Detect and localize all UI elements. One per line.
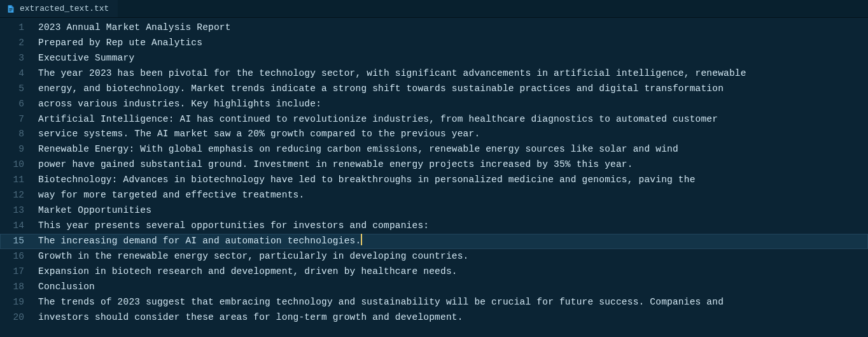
- editor-line[interactable]: 13Market Opportunities: [0, 203, 868, 219]
- line-number: 20: [0, 310, 38, 326]
- line-number: 2: [0, 36, 38, 51]
- line-text[interactable]: Renewable Energy: With global emphasis o…: [38, 142, 678, 157]
- line-number: 10: [0, 157, 38, 173]
- line-number: 4: [0, 66, 38, 82]
- editor-line[interactable]: 18Conclusion: [0, 280, 868, 295]
- line-text[interactable]: Artificial Intelligence: AI has continue…: [38, 112, 718, 127]
- line-number: 1: [0, 20, 38, 36]
- editor-line[interactable]: 19The trends of 2023 suggest that embrac…: [0, 295, 868, 310]
- line-number: 7: [0, 112, 38, 127]
- line-number: 17: [0, 264, 38, 280]
- line-number: 18: [0, 280, 38, 295]
- line-text[interactable]: Executive Summary: [38, 51, 134, 66]
- line-text[interactable]: 2023 Annual Market Analysis Report: [38, 20, 231, 36]
- editor-line[interactable]: 5energy, and biotechnology. Market trend…: [0, 82, 868, 97]
- line-text[interactable]: Growth in the renewable energy sector, p…: [38, 249, 469, 264]
- editor-line[interactable]: 2Prepared by Rep ute Analytics: [0, 36, 868, 51]
- file-icon: [6, 4, 15, 13]
- editor-line[interactable]: 15The increasing demand for AI and autom…: [0, 234, 868, 249]
- line-text[interactable]: The increasing demand for AI and automat…: [38, 234, 362, 249]
- line-text[interactable]: way for more targeted and effective trea…: [38, 188, 304, 203]
- line-text[interactable]: Conclusion: [38, 280, 95, 295]
- line-text[interactable]: across various industries. Key highlight…: [38, 97, 321, 112]
- line-number: 9: [0, 142, 38, 157]
- line-number: 5: [0, 82, 38, 97]
- line-text[interactable]: power have gained substantial ground. In…: [38, 157, 633, 173]
- editor-line[interactable]: 7Artificial Intelligence: AI has continu…: [0, 112, 868, 127]
- tab-bar: extracted_text.txt: [0, 0, 868, 18]
- editor-area[interactable]: 12023 Annual Market Analysis Report2Prep…: [0, 18, 868, 325]
- line-number: 3: [0, 51, 38, 66]
- editor-line[interactable]: 4The year 2023 has been pivotal for the …: [0, 66, 868, 82]
- line-text[interactable]: This year presents several opportunities…: [38, 219, 429, 234]
- line-text[interactable]: Prepared by Rep ute Analytics: [38, 36, 202, 51]
- editor-line[interactable]: 3Executive Summary: [0, 51, 868, 66]
- tab-filename: extracted_text.txt: [20, 2, 109, 15]
- line-text[interactable]: The trends of 2023 suggest that embracin…: [38, 295, 724, 310]
- line-text[interactable]: Market Opportunities: [38, 203, 151, 219]
- editor-line[interactable]: 12way for more targeted and effective tr…: [0, 188, 868, 203]
- editor-line[interactable]: 12023 Annual Market Analysis Report: [0, 20, 868, 36]
- editor-line[interactable]: 17Expansion in biotech research and deve…: [0, 264, 868, 280]
- line-number: 19: [0, 295, 38, 310]
- line-text[interactable]: Biotechnology: Advances in biotechnology…: [38, 173, 696, 188]
- line-number: 13: [0, 203, 38, 219]
- line-number: 11: [0, 173, 38, 188]
- line-text[interactable]: Expansion in biotech research and develo…: [38, 264, 458, 280]
- editor-line[interactable]: 10power have gained substantial ground. …: [0, 157, 868, 173]
- editor-line[interactable]: 6across various industries. Key highligh…: [0, 97, 868, 112]
- line-number: 8: [0, 127, 38, 142]
- text-cursor: [361, 234, 362, 245]
- line-number: 6: [0, 97, 38, 112]
- editor-line[interactable]: 8service systems. The AI market saw a 20…: [0, 127, 868, 142]
- line-number: 15: [0, 234, 38, 249]
- editor-line[interactable]: 20investors should consider these areas …: [0, 310, 868, 326]
- line-text[interactable]: service systems. The AI market saw a 20%…: [38, 127, 480, 142]
- editor-line[interactable]: 9Renewable Energy: With global emphasis …: [0, 142, 868, 157]
- line-number: 12: [0, 188, 38, 203]
- svg-rect-2: [9, 10, 11, 11]
- line-number: 14: [0, 219, 38, 234]
- editor-line[interactable]: 11Biotechnology: Advances in biotechnolo…: [0, 173, 868, 188]
- line-text[interactable]: investors should consider these areas fo…: [38, 310, 463, 326]
- editor-line[interactable]: 16Growth in the renewable energy sector,…: [0, 249, 868, 264]
- line-text[interactable]: The year 2023 has been pivotal for the t…: [38, 66, 746, 82]
- line-number: 16: [0, 249, 38, 264]
- editor-line[interactable]: 14This year presents several opportuniti…: [0, 219, 868, 234]
- svg-rect-0: [9, 8, 12, 9]
- line-text[interactable]: energy, and biotechnology. Market trends…: [38, 82, 724, 97]
- svg-rect-1: [9, 9, 12, 10]
- tab-active[interactable]: extracted_text.txt: [0, 0, 118, 17]
